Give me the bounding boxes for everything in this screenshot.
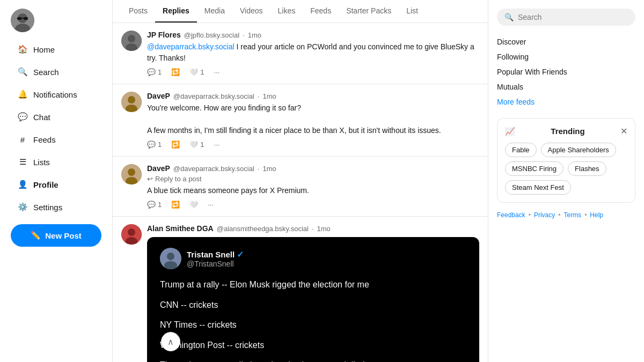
hash-icon: # xyxy=(17,134,28,145)
embedded-line-2: CNN -- crickets xyxy=(160,298,466,312)
tab-starter-packs[interactable]: Starter Packs xyxy=(339,0,399,23)
tag-fable[interactable]: Fable xyxy=(505,143,537,157)
mutuals-feed-link[interactable]: Mutuals xyxy=(497,79,635,94)
sidebar-item-feeds[interactable]: # Feeds xyxy=(11,129,101,150)
sidebar-item-search[interactable]: 🔍 Search xyxy=(11,61,101,83)
svg-rect-4 xyxy=(24,17,28,20)
post-header: Alan Smithee DGA @alansmitheedga.bsky.so… xyxy=(147,224,479,233)
trending-close-button[interactable]: ✕ xyxy=(620,126,627,136)
tab-list[interactable]: List xyxy=(399,0,426,23)
post-header: DaveP @daveparrack.bsky.social · 1mo xyxy=(147,164,479,173)
tab-replies[interactable]: Replies xyxy=(155,0,197,23)
post-line1: You're welcome. How are you finding it s… xyxy=(147,104,301,112)
table-row: JP Flores @jpflo.bsky.social · 1mo @dave… xyxy=(113,23,488,84)
post-body: Alan Smithee DGA @alansmitheedga.bsky.so… xyxy=(147,224,479,362)
feedback-link[interactable]: Feedback xyxy=(497,211,525,219)
tab-media[interactable]: Media xyxy=(197,0,232,23)
right-sidebar: 🔍 Discover Following Popular With Friend… xyxy=(488,0,644,362)
tag-flashes[interactable]: Flashes xyxy=(568,161,606,176)
repost-action[interactable]: 🔁 xyxy=(171,141,180,149)
trending-title: Trending xyxy=(551,127,584,136)
avatar xyxy=(121,224,142,245)
sidebar-item-settings[interactable]: ⚙️ Settings xyxy=(11,196,101,218)
embedded-tweet-card: Tristan Snell ✓ @TristanSnell Trump at a… xyxy=(147,237,479,362)
svg-rect-3 xyxy=(17,17,21,20)
discover-feed-link[interactable]: Discover xyxy=(497,34,635,49)
post-line2: A few months in, I'm still finding it a … xyxy=(147,126,441,135)
post-body: JP Flores @jpflo.bsky.social · 1mo @dave… xyxy=(147,31,479,76)
post-body: DaveP @daveparrack.bsky.social · 1mo You… xyxy=(147,92,479,149)
terms-link[interactable]: Terms xyxy=(564,211,581,219)
following-feed-link[interactable]: Following xyxy=(497,49,635,64)
more-action[interactable]: ··· xyxy=(208,201,214,209)
post-mention[interactable]: @daveparrack.bsky.social xyxy=(147,42,235,51)
tab-videos[interactable]: Videos xyxy=(232,0,270,23)
tag-steam-next-fest[interactable]: Steam Next Fest xyxy=(505,180,571,195)
sidebar-item-notifications[interactable]: 🔔 Notifications xyxy=(11,84,101,105)
repost-action[interactable]: 🔁 xyxy=(171,201,180,209)
gear-icon: ⚙️ xyxy=(17,202,28,212)
list-icon: ☰ xyxy=(17,157,28,167)
privacy-link[interactable]: Privacy xyxy=(534,211,555,219)
user-avatar[interactable] xyxy=(11,9,34,32)
like-action[interactable]: 🤍 1 xyxy=(189,68,204,76)
avatar xyxy=(121,164,142,184)
avatar xyxy=(121,92,142,112)
sidebar-item-lists[interactable]: ☰ Lists xyxy=(11,151,101,173)
tag-apple-shareholders[interactable]: Apple Shareholders xyxy=(541,143,616,157)
tab-feeds[interactable]: Feeds xyxy=(303,0,339,23)
sidebar-item-home[interactable]: 🏠 Home xyxy=(11,39,101,60)
sidebar-label-chat: Chat xyxy=(33,113,50,122)
embedded-line-3: NY Times -- crickets xyxy=(160,318,466,332)
post-author-handle: @alansmitheedga.bsky.social xyxy=(217,225,309,233)
post-text: A blue tick means someone pays for X Pre… xyxy=(147,185,479,196)
embedded-header: Tristan Snell ✓ @TristanSnell xyxy=(160,248,466,269)
svg-point-13 xyxy=(128,168,135,176)
svg-point-16 xyxy=(128,228,135,236)
person-icon: 👤 xyxy=(17,179,28,190)
like-action[interactable]: 🤍 xyxy=(189,201,198,209)
table-row: DaveP @daveparrack.bsky.social · 1mo You… xyxy=(113,84,488,157)
sidebar-label-notifications: Notifications xyxy=(33,90,77,99)
new-post-button[interactable]: ✏️ New Post xyxy=(11,224,101,247)
profile-tabs: Posts Replies Media Videos Likes Feeds S… xyxy=(113,0,488,23)
post-author-name: DaveP xyxy=(147,164,170,173)
sidebar-item-profile[interactable]: 👤 Profile xyxy=(11,174,101,195)
repost-action[interactable]: 🔁 xyxy=(171,68,180,76)
more-feeds-link[interactable]: More feeds xyxy=(497,94,635,109)
post-timestamp: 1mo xyxy=(262,92,276,100)
post-time: · xyxy=(258,165,260,173)
post-text: @daveparrack.bsky.social I read your art… xyxy=(147,41,479,64)
tab-posts[interactable]: Posts xyxy=(121,0,155,23)
more-action[interactable]: ··· xyxy=(214,141,219,149)
post-time: · xyxy=(258,92,260,100)
search-input[interactable] xyxy=(518,13,628,21)
embedded-author-info: Tristan Snell ✓ @TristanSnell xyxy=(187,249,244,268)
reply-indicator: ↩ Reply to a post xyxy=(147,175,479,183)
bell-icon: 🔔 xyxy=(17,89,28,100)
sidebar-item-chat[interactable]: 💬 Chat xyxy=(11,106,101,128)
post-timestamp: 1mo xyxy=(262,165,276,173)
help-link[interactable]: Help xyxy=(590,211,603,219)
trending-header: 📈 Trending ✕ xyxy=(505,126,627,136)
table-row: DaveP @daveparrack.bsky.social · 1mo ↩ R… xyxy=(113,157,488,217)
post-actions: 💬 1 🔁 🤍 1 ··· xyxy=(147,68,479,76)
search-box[interactable]: 🔍 xyxy=(497,9,635,26)
trending-section: 📈 Trending ✕ Fable Apple Shareholders MS… xyxy=(497,118,635,203)
popular-with-friends-feed-link[interactable]: Popular With Friends xyxy=(497,64,635,79)
sidebar-label-search: Search xyxy=(33,68,59,77)
embedded-line-4: Washington Post -- crickets xyxy=(160,338,466,352)
tab-likes[interactable]: Likes xyxy=(270,0,303,23)
like-action[interactable]: 🤍 1 xyxy=(189,141,204,149)
sidebar-label-settings: Settings xyxy=(33,203,62,212)
post-header: DaveP @daveparrack.bsky.social · 1mo xyxy=(147,92,479,100)
scroll-to-top-button[interactable]: ∧ xyxy=(161,332,180,351)
post-author-handle: @jpflo.bsky.social xyxy=(184,31,239,39)
reply-action[interactable]: 💬 1 xyxy=(147,201,162,209)
sidebar-label-profile: Profile xyxy=(33,180,58,189)
tag-msnbc-firing[interactable]: MSNBC Firing xyxy=(505,161,564,176)
more-action[interactable]: ··· xyxy=(214,68,219,76)
new-post-icon: ✏️ xyxy=(31,231,41,240)
reply-action[interactable]: 💬 1 xyxy=(147,68,162,76)
reply-action[interactable]: 💬 1 xyxy=(147,141,162,149)
